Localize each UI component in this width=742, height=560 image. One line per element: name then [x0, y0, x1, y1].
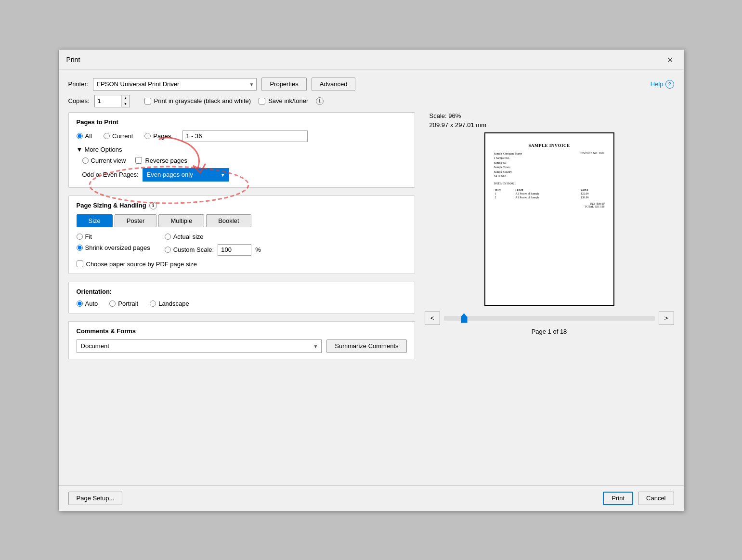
booklet-tab[interactable]: Booklet	[206, 214, 251, 227]
pages-range-input[interactable]	[182, 130, 308, 142]
save-ink-label[interactable]: Save ink/toner	[259, 97, 308, 104]
cancel-button[interactable]: Cancel	[638, 492, 674, 505]
grayscale-label[interactable]: Print in grayscale (black and white)	[144, 97, 251, 104]
company-addr5: SA19 9A8	[494, 174, 522, 179]
custom-scale-radio-label[interactable]: Custom Scale:	[165, 246, 214, 253]
row1-cost: $22.99	[580, 192, 605, 195]
auto-radio[interactable]	[77, 300, 83, 307]
printer-select[interactable]: EPSON Universal Print Driver	[93, 78, 257, 91]
invoice-meta: Sample Company Name 1 Sample Rd, Sample …	[494, 152, 605, 180]
grayscale-checkbox[interactable]	[144, 98, 151, 104]
portrait-radio[interactable]	[109, 300, 116, 307]
scale-unit: %	[255, 246, 261, 253]
advanced-button[interactable]: Advanced	[312, 78, 356, 91]
title-bar: Print ✕	[59, 50, 684, 70]
prev-page-button[interactable]: <	[425, 312, 440, 325]
odd-even-select[interactable]: All pagesEven pages onlyOdd pages only	[143, 168, 229, 182]
fit-radio[interactable]	[77, 234, 83, 240]
save-ink-info-icon[interactable]: ℹ	[316, 97, 324, 105]
comments-select-wrapper[interactable]: DocumentDocument and MarkupsDocument and…	[77, 339, 322, 353]
poster-tab[interactable]: Poster	[115, 214, 157, 227]
print-button[interactable]: Print	[603, 492, 633, 505]
col-item: ITEM	[514, 188, 580, 192]
pages-radio-group: All Current Pages	[77, 130, 407, 142]
comments-row: DocumentDocument and MarkupsDocument and…	[77, 339, 407, 353]
page-sizing-info-icon[interactable]: ℹ	[149, 202, 157, 209]
close-button[interactable]: ✕	[664, 54, 676, 65]
next-page-button[interactable]: >	[659, 312, 674, 325]
shrink-radio[interactable]	[77, 245, 83, 251]
pages-radio[interactable]	[144, 133, 151, 139]
help-link[interactable]: Help ?	[651, 80, 674, 89]
invoice-table: QTY ITEM COST 1 A2 Poster of Sample $22.…	[494, 188, 605, 199]
fit-radio-label[interactable]: Fit	[77, 233, 150, 240]
copies-field[interactable]: ▲ ▼	[94, 95, 130, 107]
invoice-meta-right: INVOICE NO: 1062	[581, 152, 605, 180]
comments-select[interactable]: DocumentDocument and MarkupsDocument and…	[77, 339, 322, 353]
copies-row: Copies: ▲ ▼ Print in grayscale (black an…	[68, 95, 674, 107]
size-tab[interactable]: Size	[77, 214, 113, 227]
properties-button[interactable]: Properties	[261, 78, 306, 91]
help-icon: ?	[665, 80, 674, 89]
comments-title: Comments & Forms	[77, 327, 407, 335]
header-section: Printer: EPSON Universal Print Driver Pr…	[68, 78, 674, 107]
page-sizing-section: Page Sizing & Handling ℹ Size Poster Mul…	[68, 195, 415, 274]
copies-spinners: ▲ ▼	[121, 95, 130, 107]
save-ink-checkbox[interactable]	[259, 98, 265, 104]
company-addr1: 1 Sample Rd,	[494, 156, 522, 161]
custom-scale-radio[interactable]	[165, 247, 171, 253]
paper-source-checkbox[interactable]	[77, 260, 83, 267]
options-row-1: Current view Reverse pages	[82, 157, 407, 164]
row1-item: A2 Poster of Sample	[514, 192, 580, 195]
actual-size-radio[interactable]	[165, 234, 171, 240]
summarize-comments-button[interactable]: Summarize Comments	[326, 339, 406, 353]
current-view-label[interactable]: Current view	[82, 157, 126, 164]
help-area: Help ?	[651, 80, 674, 89]
page-indicator: Page 1 of 18	[532, 328, 567, 335]
orientation-section: Orientation: Auto Portrait Landscape	[68, 282, 415, 313]
dialog-content: Printer: EPSON Universal Print Driver Pr…	[59, 70, 684, 485]
left-panel: Pages to Print All Current Pages	[68, 112, 415, 478]
copies-up-button[interactable]: ▲	[122, 95, 130, 101]
collapse-icon: ▼	[77, 146, 83, 153]
printer-select-wrapper[interactable]: EPSON Universal Print Driver	[93, 78, 257, 91]
current-view-radio[interactable]	[82, 157, 89, 164]
landscape-radio[interactable]	[150, 300, 156, 307]
invoice-meta-left: Sample Company Name 1 Sample Rd, Sample …	[494, 152, 522, 180]
company-name: Sample Company Name	[494, 152, 522, 156]
current-radio-label[interactable]: Current	[104, 132, 133, 140]
paper-source-row: Choose paper source by PDF page size	[77, 260, 407, 268]
page-preview: SAMPLE INVOICE Sample Company Name 1 Sam…	[484, 132, 614, 306]
landscape-radio-label[interactable]: Landscape	[150, 300, 189, 307]
actual-size-radio-label[interactable]: Actual size	[165, 233, 261, 240]
odd-even-select-wrapper[interactable]: All pagesEven pages onlyOdd pages only	[143, 168, 229, 182]
sizing-options: Fit Shrink oversized pages Actual size	[77, 233, 407, 256]
preview-nav: < >	[425, 312, 674, 325]
orientation-title: Orientation:	[77, 288, 407, 295]
copies-down-button[interactable]: ▼	[122, 101, 130, 107]
pages-radio-label[interactable]: Pages	[144, 132, 171, 140]
shrink-radio-label[interactable]: Shrink oversized pages	[77, 244, 150, 251]
current-radio[interactable]	[104, 133, 110, 139]
portrait-radio-label[interactable]: Portrait	[109, 300, 138, 307]
all-radio-label[interactable]: All	[77, 132, 92, 140]
page-setup-button[interactable]: Page Setup...	[68, 492, 123, 505]
more-options-header[interactable]: ▼ More Options	[77, 146, 407, 153]
print-dialog: Print ✕ Printer: EPSON Universal Print D…	[58, 49, 684, 511]
reverse-pages-label[interactable]: Reverse pages	[135, 157, 187, 164]
multiple-tab[interactable]: Multiple	[158, 214, 204, 227]
sizing-tabs: Size Poster Multiple Booklet	[77, 214, 407, 227]
printer-label: Printer:	[68, 80, 89, 88]
all-radio[interactable]	[77, 133, 83, 139]
company-addr3: Sample Town,	[494, 165, 522, 170]
custom-scale-input[interactable]	[218, 244, 251, 256]
auto-radio-label[interactable]: Auto	[77, 300, 98, 307]
invoice-no: INVOICE NO: 1062	[581, 152, 605, 155]
sizing-col-left: Fit Shrink oversized pages	[77, 233, 150, 256]
more-options-body: Current view Reverse pages Odd or Even P…	[77, 157, 407, 182]
row2-qty: 2	[494, 195, 515, 199]
reverse-pages-checkbox[interactable]	[135, 157, 142, 164]
progress-bar[interactable]	[444, 316, 655, 321]
copies-input[interactable]	[95, 95, 121, 107]
paper-source-label[interactable]: Choose paper source by PDF page size	[77, 260, 407, 268]
